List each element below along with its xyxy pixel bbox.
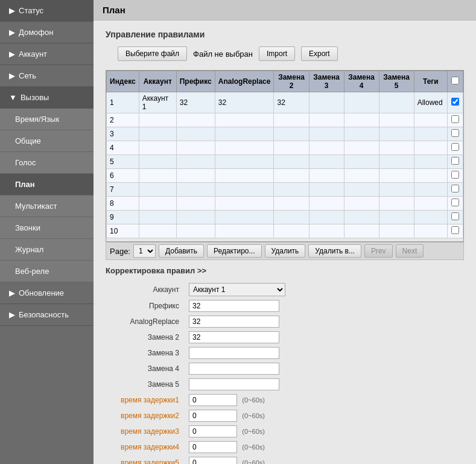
edit-value-delay5[interactable]: (0~60s)	[184, 455, 290, 464]
cell-checkbox[interactable]	[447, 113, 463, 127]
cell-analog	[215, 141, 274, 155]
rep4-input[interactable]	[189, 363, 279, 375]
table-row[interactable]: 6	[107, 169, 463, 183]
table-row[interactable]: 8	[107, 197, 463, 211]
edit-value-delay2[interactable]: (0~60s)	[184, 408, 290, 424]
sidebar-item-security[interactable]: ▶ Безопасность	[0, 304, 94, 326]
delay5-input[interactable]	[189, 457, 237, 464]
edit-value-rep5[interactable]	[184, 377, 290, 392]
edit-value-delay3[interactable]: (0~60s)	[184, 424, 290, 439]
table-row[interactable]: 2	[107, 113, 463, 127]
sidebar-item-calls[interactable]: ▼ Вызовы	[0, 87, 94, 109]
cell-checkbox[interactable]	[447, 197, 463, 211]
next-button[interactable]: Next	[396, 244, 424, 258]
sidebar-item-intercom[interactable]: ▶ Домофон	[0, 22, 94, 43]
cell-tags	[414, 141, 447, 155]
cell-rep4	[344, 211, 379, 224]
row-checkbox[interactable]	[451, 185, 459, 192]
cell-rep4	[344, 92, 379, 113]
edit-value-rep2[interactable]	[184, 329, 290, 345]
row-checkbox[interactable]	[451, 98, 459, 106]
table-row[interactable]: 3	[107, 127, 463, 141]
cell-account	[139, 197, 176, 211]
row-checkbox[interactable]	[451, 143, 459, 151]
sidebar-item-time-lang[interactable]: Время/Язык	[0, 109, 94, 130]
rep2-input[interactable]	[189, 331, 279, 343]
sidebar-item-general[interactable]: Общие	[0, 130, 94, 152]
edit-value-analog[interactable]	[184, 314, 290, 329]
col-header-tags: Теги	[414, 71, 447, 92]
table-row[interactable]: 7	[107, 183, 463, 197]
cell-analog	[215, 155, 274, 169]
row-checkbox[interactable]	[451, 212, 459, 220]
sidebar-sub-label: Журнал	[15, 245, 43, 254]
sidebar-item-multicast[interactable]: Мультикаст	[0, 195, 94, 217]
edit-value-account[interactable]: Аккаунт 1	[184, 281, 290, 298]
delete-button[interactable]: Удалить	[265, 244, 306, 258]
sidebar-item-status[interactable]: ▶ Статус	[0, 0, 94, 22]
edit-button[interactable]: Редактиро...	[207, 244, 262, 258]
cell-analog	[215, 113, 274, 127]
cell-checkbox[interactable]	[447, 183, 463, 197]
select-all-checkbox[interactable]	[451, 77, 459, 84]
cell-rep5	[379, 169, 414, 183]
row-checkbox[interactable]	[451, 115, 459, 123]
prev-button[interactable]: Prev	[364, 244, 393, 258]
sidebar-item-voice[interactable]: Голос	[0, 152, 94, 174]
cell-checkbox[interactable]	[447, 169, 463, 183]
arrow-icon: ▶	[9, 310, 15, 319]
edit-value-rep3[interactable]	[184, 345, 290, 361]
rep5-input[interactable]	[189, 378, 279, 390]
row-checkbox[interactable]	[451, 226, 459, 234]
cell-checkbox[interactable]	[447, 92, 463, 113]
edit-row-delay3: время задержки3 (0~60s)	[106, 424, 290, 439]
edit-value-rep4[interactable]	[184, 361, 290, 377]
analog-input[interactable]	[189, 316, 279, 328]
export-button[interactable]: Export	[301, 46, 338, 61]
delay1-input[interactable]	[189, 394, 237, 406]
rep3-input[interactable]	[189, 347, 279, 359]
table-row[interactable]: 1Аккаунт 1323232Allowed	[107, 92, 463, 113]
edit-value-prefix[interactable]	[184, 298, 290, 314]
col-header-check[interactable]	[447, 71, 463, 92]
delete-all-button[interactable]: Удалить в...	[308, 244, 361, 258]
cell-checkbox[interactable]	[447, 224, 463, 238]
sidebar-item-journal[interactable]: Журнал	[0, 239, 94, 261]
cell-rep3	[309, 92, 344, 113]
sidebar-item-calls2[interactable]: Звонки	[0, 217, 94, 239]
edit-row-rep3: Замена 3	[106, 345, 290, 361]
cell-rep5	[379, 141, 414, 155]
page-label: Page:	[110, 247, 130, 256]
cell-prefix	[176, 141, 215, 155]
sidebar-sub-label: Веб-реле	[15, 267, 49, 276]
sidebar-item-updates[interactable]: ▶ Обновление	[0, 282, 94, 304]
edit-value-delay1[interactable]: (0~60s)	[184, 392, 290, 408]
row-checkbox[interactable]	[451, 157, 459, 165]
sidebar-item-account[interactable]: ▶ Аккаунт	[0, 43, 94, 65]
sidebar-item-plan[interactable]: План	[0, 174, 94, 195]
sidebar-item-webrelay[interactable]: Веб-реле	[0, 261, 94, 282]
delay2-input[interactable]	[189, 410, 237, 422]
row-checkbox[interactable]	[451, 129, 459, 137]
cell-tags	[414, 197, 447, 211]
delay4-input[interactable]	[189, 441, 237, 453]
prefix-input[interactable]	[189, 300, 279, 312]
table-row[interactable]: 9	[107, 211, 463, 224]
account-select[interactable]: Аккаунт 1	[189, 283, 285, 296]
sidebar-item-network[interactable]: ▶ Сеть	[0, 65, 94, 87]
add-button[interactable]: Добавить	[159, 244, 204, 258]
edit-value-delay4[interactable]: (0~60s)	[184, 439, 290, 455]
row-checkbox[interactable]	[451, 199, 459, 206]
table-row[interactable]: 10	[107, 224, 463, 238]
cell-checkbox[interactable]	[447, 211, 463, 224]
cell-checkbox[interactable]	[447, 155, 463, 169]
row-checkbox[interactable]	[451, 171, 459, 179]
delay3-input[interactable]	[189, 425, 237, 437]
page-select[interactable]: 1	[133, 244, 156, 258]
choose-file-button[interactable]: Выберите файл	[118, 46, 187, 61]
table-row[interactable]: 4	[107, 141, 463, 155]
cell-checkbox[interactable]	[447, 127, 463, 141]
cell-checkbox[interactable]	[447, 141, 463, 155]
import-button[interactable]: Import	[259, 46, 295, 61]
table-row[interactable]: 5	[107, 155, 463, 169]
